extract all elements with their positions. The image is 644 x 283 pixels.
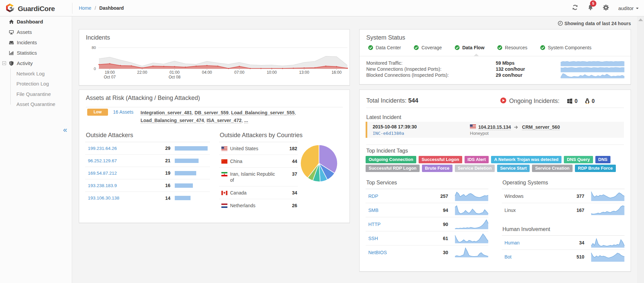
brand[interactable]: GuardiCore bbox=[5, 3, 55, 14]
sidebar-subitem-network-log[interactable]: Network Log bbox=[0, 68, 72, 79]
incidents-panel-title: Incidents bbox=[86, 34, 110, 41]
breadcrumb-current: Dashboard bbox=[99, 5, 124, 11]
incident-id[interactable]: INC-e6d1380a bbox=[373, 131, 404, 136]
sidebar-subitem-asset-quarantine[interactable]: Asset Quarantine bbox=[0, 99, 72, 110]
divider bbox=[360, 56, 631, 56]
system-tab-resources[interactable]: Resources bbox=[497, 45, 527, 50]
incident-tag[interactable]: Service Creation bbox=[532, 165, 573, 172]
metric-value: 29 con/hour bbox=[496, 72, 522, 78]
system-tab-data-center[interactable]: Data Center bbox=[368, 45, 401, 50]
attacker-count: 14 bbox=[157, 195, 170, 201]
incident-tag[interactable]: Service Deletion bbox=[455, 165, 495, 172]
system-tab-label: Resources bbox=[505, 45, 527, 50]
sidebar-item-activity[interactable]: Activity bbox=[0, 58, 72, 68]
system-sparklines bbox=[560, 61, 625, 79]
user-name: auditor bbox=[618, 5, 634, 11]
us-flag-icon bbox=[470, 124, 476, 129]
incident-tag[interactable]: Successful RDP Logon bbox=[366, 165, 420, 172]
divider bbox=[366, 145, 624, 145]
top-services-table: RDP257SMB94HTTP90SSH61NetBIOS30 bbox=[366, 189, 488, 260]
incident-tag[interactable]: Service Start bbox=[497, 165, 530, 172]
arrow-right-icon bbox=[514, 125, 519, 129]
incident-tag[interactable]: Successful Logon bbox=[419, 156, 462, 163]
countries-pie bbox=[299, 144, 339, 183]
attacker-ip-link[interactable]: 199.231.64.26 bbox=[88, 146, 157, 151]
refresh-button[interactable] bbox=[572, 4, 578, 12]
at-risk-server-link[interactable]: Load_Balancing_server_555 bbox=[231, 110, 294, 116]
assets-count-link[interactable]: 16 Assets bbox=[113, 109, 133, 115]
us-flag-icon bbox=[221, 147, 227, 151]
incident-tag[interactable]: DNS Query bbox=[564, 156, 593, 163]
at-risk-server-link[interactable]: Integration_server_481 bbox=[141, 110, 192, 116]
attacker-row: 193.238.183.916 bbox=[85, 179, 210, 192]
attacker-ip-link[interactable]: 193.106.30.138 bbox=[88, 195, 157, 201]
breadcrumb-home-link[interactable]: Home bbox=[79, 5, 91, 11]
sidebar-item-label: Statistics bbox=[17, 50, 37, 56]
attacker-ip-link[interactable]: 169.54.87.212 bbox=[88, 171, 157, 176]
user-menu[interactable]: auditor bbox=[618, 5, 639, 11]
incident-source-ip[interactable]: 104.210.15.134 bbox=[478, 124, 511, 130]
svg-text:04:00: 04:00 bbox=[202, 70, 212, 75]
attacker-ip-link[interactable]: 96.252.129.67 bbox=[88, 158, 157, 163]
stat-name: Linux bbox=[504, 208, 566, 213]
incident-tag[interactable]: A Network Trojan was detected bbox=[491, 156, 561, 163]
stat-name-link[interactable]: SSH bbox=[368, 236, 429, 241]
latest-incident-row[interactable]: 2015-10-08 17:39:30 INC-e6d1380a 104.210… bbox=[366, 122, 624, 138]
notifications-button[interactable]: 5 bbox=[587, 4, 594, 12]
incident-tag[interactable]: Outgoing Connection bbox=[366, 156, 416, 163]
incident-tag[interactable]: IDS Alert bbox=[465, 156, 489, 163]
incident-note: Honeypot bbox=[470, 131, 489, 136]
attacker-count: 19 bbox=[157, 170, 170, 176]
total-incidents-value: 544 bbox=[408, 97, 418, 104]
stat-name-link[interactable]: RDP bbox=[368, 193, 429, 199]
sidebar-item-dashboard[interactable]: Dashboard bbox=[0, 16, 72, 27]
sidebar-item-label: Assets bbox=[17, 29, 32, 35]
tree-collapse-icon[interactable] bbox=[2, 61, 6, 65]
cn-flag-icon bbox=[221, 159, 227, 164]
system-tab-system-components[interactable]: System Components bbox=[540, 45, 591, 50]
stat-row: Human34 bbox=[502, 236, 625, 250]
stat-name-link[interactable]: HTTP bbox=[368, 222, 429, 227]
attacker-row: 199.231.64.2629 bbox=[85, 142, 210, 155]
at-risk-server-link[interactable]: Load_Balancing_server_474 bbox=[141, 118, 204, 123]
at-risk-server-link[interactable]: ISA_server_472 bbox=[207, 118, 241, 123]
stat-name-link[interactable]: Bot bbox=[504, 254, 566, 260]
incident-tag[interactable]: Brute Force bbox=[422, 165, 452, 172]
scrollbar-up-icon[interactable] bbox=[638, 18, 643, 21]
guardicore-logo-icon bbox=[5, 3, 14, 14]
stat-row: SMB94 bbox=[366, 203, 488, 217]
system-tab-label: Data Flow bbox=[462, 45, 484, 50]
stat-name-link[interactable]: SMB bbox=[368, 208, 429, 213]
attacker-ip-link[interactable]: 193.238.183.9 bbox=[88, 183, 157, 188]
check-circle-icon bbox=[454, 45, 462, 50]
sidebar-subitem-protection-log[interactable]: Protection Log bbox=[0, 79, 72, 89]
settings-button[interactable] bbox=[603, 4, 609, 12]
attacker-bar bbox=[175, 183, 193, 188]
ongoing-incidents-label: Ongoing Incidents: bbox=[509, 98, 559, 105]
sidebar-subitem-label: Asset Quarantine bbox=[16, 101, 55, 107]
incident-tag[interactable]: DNS bbox=[595, 156, 610, 163]
more-servers-link[interactable]: ... bbox=[244, 118, 248, 123]
stat-name-link[interactable]: Human bbox=[504, 240, 566, 245]
at-risk-server-link[interactable]: DB_server_559 bbox=[195, 110, 228, 116]
incident-target-link[interactable]: CRM_server_560 bbox=[522, 124, 560, 130]
sidebar-collapse-button[interactable]: « bbox=[63, 126, 67, 134]
sidebar-item-incidents[interactable]: Incidents bbox=[0, 37, 72, 48]
by-countries-heading: Outside Attackers by Countries bbox=[220, 132, 303, 139]
country-row: China44 bbox=[219, 155, 298, 168]
incident-tag[interactable]: RDP Brute Force bbox=[575, 165, 616, 172]
sidebar-subitem-file-quarantine[interactable]: File Quarantine bbox=[0, 89, 72, 99]
system-tab-data-flow[interactable]: Data Flow bbox=[454, 45, 484, 50]
system-tab-label: System Components bbox=[548, 45, 591, 50]
country-count: 34 bbox=[279, 190, 298, 196]
stat-name-link[interactable]: NetBIOS bbox=[368, 250, 429, 255]
country-row: Iran, Islamic Republic of37 bbox=[219, 168, 298, 186]
play-circle-icon bbox=[500, 97, 506, 105]
nl-flag-icon bbox=[221, 204, 227, 208]
sidebar-item-assets[interactable]: Assets bbox=[0, 27, 72, 37]
sidebar-subitem-label: Network Log bbox=[16, 71, 45, 76]
attacker-bar bbox=[175, 171, 196, 175]
scrollbar-track[interactable] bbox=[637, 16, 644, 283]
system-tab-coverage[interactable]: Coverage bbox=[414, 45, 442, 50]
sidebar-item-statistics[interactable]: Statistics bbox=[0, 48, 72, 58]
